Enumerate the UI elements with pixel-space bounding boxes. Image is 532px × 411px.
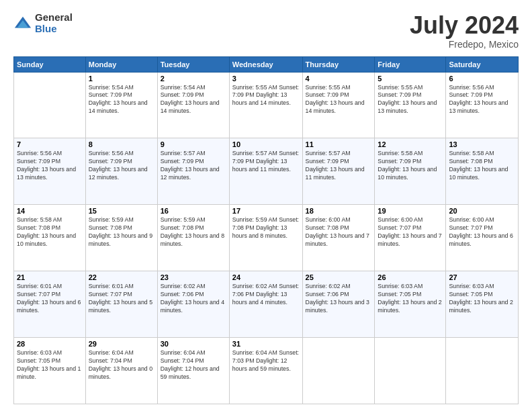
- day-number: 1: [89, 75, 154, 83]
- day-number: 7: [17, 140, 83, 148]
- calendar-cell: 16Sunrise: 5:59 AM Sunset: 7:08 PM Dayli…: [157, 205, 229, 271]
- calendar-cell: 2Sunrise: 5:54 AM Sunset: 7:09 PM Daylig…: [157, 72, 229, 138]
- day-info: Sunrise: 6:02 AM Sunset: 7:06 PM Dayligh…: [161, 283, 226, 315]
- day-info: Sunrise: 6:04 AM Sunset: 7:04 PM Dayligh…: [161, 349, 226, 381]
- calendar-cell: 5Sunrise: 5:55 AM Sunset: 7:09 PM Daylig…: [375, 72, 446, 138]
- col-tuesday: Tuesday: [157, 56, 229, 72]
- calendar-cell: 13Sunrise: 5:58 AM Sunset: 7:08 PM Dayli…: [446, 138, 519, 205]
- calendar-cell: 30Sunrise: 6:04 AM Sunset: 7:04 PM Dayli…: [157, 338, 229, 404]
- calendar-cell: [302, 338, 375, 404]
- day-number: 5: [378, 75, 443, 83]
- calendar-cell: 29Sunrise: 6:04 AM Sunset: 7:04 PM Dayli…: [85, 338, 157, 404]
- header: General Blue July 2024 Fredepo, Mexico: [13, 12, 519, 50]
- day-info: Sunrise: 6:00 AM Sunset: 7:08 PM Dayligh…: [306, 216, 372, 248]
- day-number: 28: [17, 340, 83, 348]
- day-info: Sunrise: 6:00 AM Sunset: 7:07 PM Dayligh…: [449, 216, 515, 248]
- day-info: Sunrise: 6:04 AM Sunset: 7:03 PM Dayligh…: [232, 349, 300, 373]
- calendar-header-row: Sunday Monday Tuesday Wednesday Thursday…: [14, 56, 519, 72]
- col-monday: Monday: [85, 56, 157, 72]
- day-info: Sunrise: 5:58 AM Sunset: 7:08 PM Dayligh…: [449, 150, 515, 182]
- day-number: 16: [161, 207, 226, 215]
- day-info: Sunrise: 6:02 AM Sunset: 7:06 PM Dayligh…: [232, 283, 300, 307]
- day-info: Sunrise: 5:55 AM Sunset: 7:09 PM Dayligh…: [306, 84, 372, 116]
- day-number: 11: [306, 140, 372, 148]
- day-number: 10: [232, 140, 300, 148]
- day-info: Sunrise: 6:01 AM Sunset: 7:07 PM Dayligh…: [89, 283, 154, 315]
- calendar-cell: [375, 338, 446, 404]
- day-number: 29: [89, 340, 154, 348]
- calendar-week-1: 1Sunrise: 5:54 AM Sunset: 7:09 PM Daylig…: [14, 72, 519, 138]
- calendar-cell: 28Sunrise: 6:03 AM Sunset: 7:05 PM Dayli…: [14, 338, 86, 404]
- calendar-week-5: 28Sunrise: 6:03 AM Sunset: 7:05 PM Dayli…: [14, 338, 519, 404]
- page: General Blue July 2024 Fredepo, Mexico S…: [0, 0, 532, 411]
- calendar-cell: 21Sunrise: 6:01 AM Sunset: 7:07 PM Dayli…: [14, 271, 86, 338]
- day-number: 22: [89, 273, 154, 281]
- day-number: 21: [17, 273, 83, 281]
- day-info: Sunrise: 5:58 AM Sunset: 7:09 PM Dayligh…: [378, 150, 443, 182]
- day-number: 15: [89, 207, 154, 215]
- calendar-cell: 9Sunrise: 5:57 AM Sunset: 7:09 PM Daylig…: [157, 138, 229, 205]
- day-number: 23: [161, 273, 226, 281]
- day-info: Sunrise: 6:04 AM Sunset: 7:04 PM Dayligh…: [89, 349, 154, 381]
- logo-text: General Blue: [35, 12, 73, 34]
- day-number: 17: [232, 207, 300, 215]
- day-number: 25: [306, 273, 372, 281]
- day-number: 19: [378, 207, 443, 215]
- calendar-cell: [14, 72, 86, 138]
- day-info: Sunrise: 6:03 AM Sunset: 7:05 PM Dayligh…: [449, 283, 515, 315]
- day-number: 12: [378, 140, 443, 148]
- calendar-week-2: 7Sunrise: 5:56 AM Sunset: 7:09 PM Daylig…: [14, 138, 519, 205]
- calendar-cell: 26Sunrise: 6:03 AM Sunset: 7:05 PM Dayli…: [375, 271, 446, 338]
- day-number: 6: [449, 75, 515, 83]
- calendar-cell: 23Sunrise: 6:02 AM Sunset: 7:06 PM Dayli…: [157, 271, 229, 338]
- day-info: Sunrise: 6:03 AM Sunset: 7:05 PM Dayligh…: [378, 283, 443, 315]
- calendar-cell: 25Sunrise: 6:02 AM Sunset: 7:06 PM Dayli…: [302, 271, 375, 338]
- day-info: Sunrise: 6:02 AM Sunset: 7:06 PM Dayligh…: [306, 283, 372, 315]
- col-saturday: Saturday: [446, 56, 519, 72]
- day-number: 27: [449, 273, 515, 281]
- day-info: Sunrise: 5:56 AM Sunset: 7:09 PM Dayligh…: [17, 150, 83, 182]
- day-number: 9: [161, 140, 226, 148]
- day-info: Sunrise: 6:01 AM Sunset: 7:07 PM Dayligh…: [17, 283, 83, 315]
- day-number: 31: [232, 340, 300, 348]
- col-sunday: Sunday: [14, 56, 86, 72]
- title-block: July 2024 Fredepo, Mexico: [410, 12, 519, 50]
- day-info: Sunrise: 5:54 AM Sunset: 7:09 PM Dayligh…: [89, 84, 154, 116]
- calendar-cell: 22Sunrise: 6:01 AM Sunset: 7:07 PM Dayli…: [85, 271, 157, 338]
- title-location: Fredepo, Mexico: [410, 39, 519, 50]
- logo-icon: [13, 14, 32, 33]
- day-info: Sunrise: 5:56 AM Sunset: 7:09 PM Dayligh…: [449, 84, 515, 116]
- calendar-cell: 4Sunrise: 5:55 AM Sunset: 7:09 PM Daylig…: [302, 72, 375, 138]
- day-number: 4: [306, 75, 372, 83]
- calendar-cell: 6Sunrise: 5:56 AM Sunset: 7:09 PM Daylig…: [446, 72, 519, 138]
- calendar-cell: 3Sunrise: 5:55 AM Sunset: 7:09 PM Daylig…: [229, 72, 302, 138]
- calendar-cell: 17Sunrise: 5:59 AM Sunset: 7:08 PM Dayli…: [229, 205, 302, 271]
- day-info: Sunrise: 5:57 AM Sunset: 7:09 PM Dayligh…: [232, 150, 300, 174]
- day-number: 24: [232, 273, 300, 281]
- logo: General Blue: [13, 12, 73, 34]
- day-number: 30: [161, 340, 226, 348]
- day-number: 18: [306, 207, 372, 215]
- calendar-cell: 31Sunrise: 6:04 AM Sunset: 7:03 PM Dayli…: [229, 338, 302, 404]
- day-info: Sunrise: 5:59 AM Sunset: 7:08 PM Dayligh…: [161, 216, 226, 248]
- day-number: 3: [232, 75, 300, 83]
- calendar-cell: 10Sunrise: 5:57 AM Sunset: 7:09 PM Dayli…: [229, 138, 302, 205]
- calendar-cell: 7Sunrise: 5:56 AM Sunset: 7:09 PM Daylig…: [14, 138, 86, 205]
- calendar-cell: 20Sunrise: 6:00 AM Sunset: 7:07 PM Dayli…: [446, 205, 519, 271]
- day-info: Sunrise: 5:54 AM Sunset: 7:09 PM Dayligh…: [161, 84, 226, 116]
- logo-general-text: General: [35, 12, 73, 24]
- col-wednesday: Wednesday: [229, 56, 302, 72]
- day-number: 26: [378, 273, 443, 281]
- day-number: 14: [17, 207, 83, 215]
- calendar-cell: 15Sunrise: 5:59 AM Sunset: 7:08 PM Dayli…: [85, 205, 157, 271]
- day-info: Sunrise: 6:00 AM Sunset: 7:07 PM Dayligh…: [378, 216, 443, 248]
- calendar-cell: 1Sunrise: 5:54 AM Sunset: 7:09 PM Daylig…: [85, 72, 157, 138]
- day-info: Sunrise: 5:57 AM Sunset: 7:09 PM Dayligh…: [306, 150, 372, 182]
- day-number: 2: [161, 75, 226, 83]
- title-month: July 2024: [410, 12, 519, 39]
- calendar-week-4: 21Sunrise: 6:01 AM Sunset: 7:07 PM Dayli…: [14, 271, 519, 338]
- calendar-table: Sunday Monday Tuesday Wednesday Thursday…: [13, 56, 519, 404]
- day-info: Sunrise: 5:55 AM Sunset: 7:09 PM Dayligh…: [378, 84, 443, 116]
- calendar-cell: 11Sunrise: 5:57 AM Sunset: 7:09 PM Dayli…: [302, 138, 375, 205]
- calendar-cell: 24Sunrise: 6:02 AM Sunset: 7:06 PM Dayli…: [229, 271, 302, 338]
